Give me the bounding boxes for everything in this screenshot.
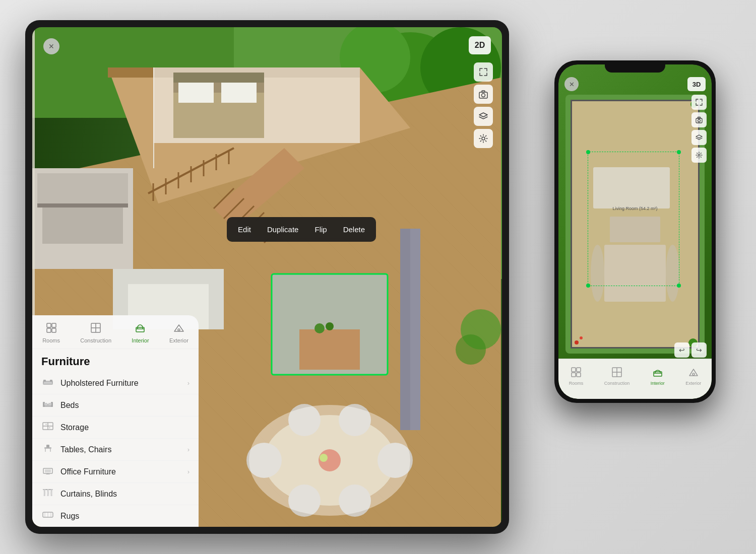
svg-rect-116: [572, 368, 576, 372]
office-chevron-icon: ›: [187, 468, 190, 475]
camera-icon-button[interactable]: [474, 85, 493, 104]
tablet-device: Edit Duplicate Flip Delete ✕ 2D: [25, 20, 509, 534]
layers-icon-button[interactable]: [474, 107, 493, 126]
svg-rect-37: [113, 269, 224, 284]
svg-point-90: [46, 424, 47, 425]
furniture-panel: Rooms Construction: [32, 315, 199, 527]
svg-rect-102: [47, 489, 49, 496]
svg-point-54: [249, 405, 410, 516]
svg-point-115: [698, 154, 700, 156]
phone-screen: Living Room (54.2 m²): [558, 64, 712, 399]
phone-redo-button[interactable]: ↪: [691, 342, 707, 358]
tab-construction[interactable]: Construction: [75, 320, 116, 345]
phone-floorplan-area: Living Room (54.2 m²): [565, 95, 705, 354]
svg-point-43: [314, 323, 325, 333]
svg-point-124: [692, 373, 695, 375]
phone-tab-interior-label: Interior: [651, 381, 665, 386]
phone-close-button[interactable]: ✕: [564, 77, 579, 91]
svg-point-68: [482, 137, 485, 140]
tablet-2d-mode-button[interactable]: 2D: [469, 36, 491, 54]
curtains-label: Curtains, Blinds: [60, 490, 190, 499]
phone-tab-construction[interactable]: Construction: [604, 367, 630, 386]
furniture-item-tables-chairs[interactable]: Tables, Chairs ›: [32, 439, 199, 461]
svg-rect-67: [482, 91, 485, 92]
curtains-icon: [41, 489, 54, 499]
svg-point-91: [49, 428, 50, 429]
svg-point-113: [698, 119, 701, 122]
tables-chairs-label: Tables, Chairs: [60, 445, 181, 454]
phone-tab-rooms[interactable]: Rooms: [569, 367, 584, 386]
svg-rect-119: [577, 373, 581, 377]
svg-point-66: [482, 94, 485, 97]
furniture-tab-bar: Rooms Construction: [32, 315, 199, 349]
context-menu-flip[interactable]: Flip: [307, 222, 334, 237]
tab-interior[interactable]: Interior: [127, 320, 154, 345]
tablet-close-button[interactable]: ✕: [43, 38, 59, 54]
storage-icon: [41, 422, 54, 433]
furniture-item-office[interactable]: Office Furniture ›: [32, 461, 199, 483]
phone-exterior-icon: [688, 367, 699, 380]
construction-tab-icon: [90, 322, 101, 336]
svg-rect-59: [221, 83, 257, 103]
svg-rect-39: [209, 269, 224, 329]
context-menu: Edit Duplicate Flip Delete: [227, 217, 376, 242]
rugs-icon: [41, 511, 54, 521]
svg-rect-85: [44, 403, 47, 405]
furniture-item-curtains[interactable]: Curtains, Blinds: [32, 483, 199, 505]
svg-point-77: [178, 329, 180, 331]
tablet-screen: Edit Duplicate Flip Delete ✕ 2D: [32, 27, 502, 527]
phone-tab-interior[interactable]: Interior: [651, 367, 665, 386]
svg-rect-62: [410, 229, 420, 430]
svg-rect-35: [37, 203, 128, 207]
furniture-item-beds[interactable]: Beds: [32, 394, 199, 417]
tab-exterior-label: Exterior: [169, 337, 188, 343]
office-icon: [41, 466, 54, 477]
svg-rect-81: [44, 382, 52, 384]
phone-3d-mode-button[interactable]: 3D: [687, 77, 706, 91]
settings-icon-button[interactable]: [474, 129, 493, 148]
beds-label: Beds: [60, 401, 190, 410]
context-menu-duplicate[interactable]: Duplicate: [260, 222, 306, 237]
context-menu-delete[interactable]: Delete: [336, 222, 372, 237]
svg-rect-95: [46, 445, 49, 448]
phone-tab-construction-label: Construction: [604, 381, 630, 386]
tab-exterior[interactable]: Exterior: [164, 320, 194, 345]
svg-rect-34: [42, 203, 123, 244]
svg-rect-57: [173, 73, 264, 83]
phone-tab-exterior[interactable]: Exterior: [685, 367, 701, 386]
svg-rect-42: [299, 329, 360, 370]
svg-rect-69: [47, 323, 51, 327]
beds-icon: [41, 400, 54, 410]
upholstered-label: Upholstered Furniture: [60, 379, 181, 388]
svg-point-44: [326, 322, 334, 330]
view-mode-label: 2D: [475, 41, 485, 50]
phone-device: Living Room (54.2 m²): [554, 60, 716, 403]
tab-construction-label: Construction: [80, 337, 111, 343]
phone-settings-icon-button[interactable]: [691, 148, 707, 163]
office-label: Office Furniture: [60, 467, 181, 476]
tab-interior-label: Interior: [132, 337, 149, 343]
phone-layers-icon-button[interactable]: [691, 130, 707, 145]
expand-icon-button[interactable]: [474, 62, 493, 82]
tablet-inner: Edit Duplicate Flip Delete ✕ 2D: [32, 27, 502, 527]
phone-close-icon: ✕: [569, 81, 575, 88]
upholstered-chevron-icon: ›: [187, 379, 190, 387]
phone-undo-button[interactable]: ↩: [674, 342, 689, 358]
phone-construction-icon: [612, 367, 622, 380]
phone-tab-exterior-label: Exterior: [685, 381, 701, 386]
undo-icon: ↩: [679, 346, 685, 354]
furniture-item-storage[interactable]: Storage: [32, 417, 199, 439]
svg-rect-33: [37, 173, 128, 203]
storage-label: Storage: [60, 423, 190, 432]
furniture-item-upholstered[interactable]: Upholstered Furniture ›: [32, 372, 199, 394]
tab-rooms[interactable]: Rooms: [37, 320, 65, 345]
furniture-list: Upholstered Furniture ›: [32, 372, 199, 527]
context-menu-edit[interactable]: Edit: [231, 222, 258, 237]
scene: Edit Duplicate Flip Delete ✕ 2D: [0, 0, 756, 554]
phone-camera-icon-button[interactable]: [691, 112, 707, 127]
svg-rect-103: [50, 489, 53, 496]
phone-expand-icon-button[interactable]: [691, 95, 707, 110]
phone-tab-rooms-label: Rooms: [569, 381, 584, 386]
phone-tab-bar: Rooms Construction: [558, 359, 712, 399]
furniture-item-rugs[interactable]: Rugs: [32, 505, 199, 527]
